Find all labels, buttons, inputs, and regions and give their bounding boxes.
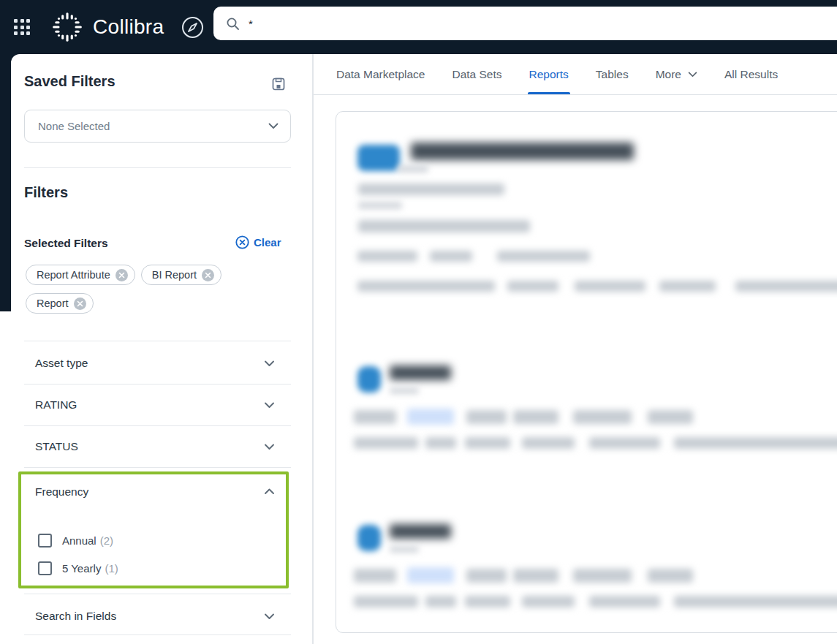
blurred-text-bar <box>507 281 558 292</box>
blurred-text-bar <box>357 281 495 292</box>
blurred-text-bar <box>659 281 716 292</box>
remove-chip-icon[interactable] <box>202 269 214 281</box>
selected-filter-chips-row-1: Report Attribute BI Report <box>26 265 221 285</box>
divider <box>24 467 291 468</box>
blurred-text-bar <box>465 437 510 449</box>
divider <box>24 594 291 594</box>
chevron-down-icon[interactable] <box>264 402 275 409</box>
blurred-text-bar <box>497 251 590 262</box>
top-navbar: Collibra <box>0 0 837 54</box>
blurred-text-bar <box>390 546 419 553</box>
tab-data-sets[interactable]: Data Sets <box>452 54 501 94</box>
blurred-result-title <box>411 143 634 160</box>
option-label: 5 Yearly <box>62 562 101 575</box>
blurred-result-title <box>390 524 451 539</box>
compass-icon[interactable] <box>181 16 204 39</box>
blurred-text-bar <box>573 410 632 424</box>
chevron-up-icon[interactable] <box>264 488 275 495</box>
chevron-down-icon[interactable] <box>264 444 275 450</box>
blurred-text-bar <box>465 596 510 607</box>
divider <box>24 425 291 426</box>
blurred-text-bar <box>390 387 419 394</box>
filter-chip-report[interactable]: Report <box>26 293 94 314</box>
blurred-text-bar <box>589 596 660 607</box>
blurred-text-bar <box>425 596 456 607</box>
tab-all-results[interactable]: All Results <box>724 54 778 94</box>
saved-filters-dropdown[interactable]: None Selected <box>24 110 291 143</box>
clear-filters-button[interactable]: Clear <box>235 235 281 249</box>
chevron-down-icon[interactable] <box>264 360 275 367</box>
blurred-text-bar <box>425 437 456 449</box>
tab-more[interactable]: More <box>656 54 697 94</box>
filter-section-asset-type[interactable]: Asset type <box>35 357 88 370</box>
blurred-text-bar <box>466 569 507 583</box>
annual-checkbox[interactable] <box>38 534 52 548</box>
chip-label: BI Report <box>152 269 197 281</box>
brand-wordmark: Collibra <box>93 15 164 39</box>
filters-title: Filters <box>24 184 68 201</box>
collibra-mark-icon <box>50 10 84 44</box>
tab-reports[interactable]: Reports <box>529 54 569 94</box>
option-count: (1) <box>105 562 118 575</box>
remove-chip-icon[interactable] <box>74 298 86 310</box>
blurred-text-bar <box>674 437 837 449</box>
option-count: (2) <box>100 534 113 547</box>
tab-label: Data Sets <box>452 68 501 81</box>
blurred-text-bar <box>522 437 575 449</box>
result-type-badge <box>357 145 400 171</box>
filter-section-rating[interactable]: RATING <box>35 398 77 412</box>
tab-label: All Results <box>724 68 778 81</box>
blurred-text-bar <box>513 410 558 424</box>
save-icon[interactable] <box>271 77 286 91</box>
frequency-option-annual: Annual(2) <box>38 534 113 548</box>
blurred-text-bar <box>466 410 507 424</box>
search-results-area: Data Marketplace Data Sets Reports Table… <box>313 54 837 644</box>
blurred-text-bar <box>573 569 632 583</box>
blurred-text-bar <box>589 437 660 449</box>
frequency-option-5-yearly: 5 Yearly(1) <box>38 561 118 575</box>
selected-filters-label: Selected Filters <box>24 237 108 250</box>
tab-label: More <box>656 68 681 81</box>
chevron-down-icon[interactable] <box>264 613 275 620</box>
tab-tables[interactable]: Tables <box>596 54 629 94</box>
chevron-down-icon <box>688 72 697 77</box>
dropdown-selected-value: None Selected <box>38 120 268 132</box>
blurred-text-bar <box>522 596 575 607</box>
blurred-text-bar <box>354 437 418 449</box>
filter-section-search-in-fields[interactable]: Search in Fields <box>35 610 116 623</box>
blurred-text-bar <box>575 281 645 292</box>
results-tabbar: Data Marketplace Data Sets Reports Table… <box>314 54 837 95</box>
filter-chip-report-attribute[interactable]: Report Attribute <box>26 265 135 285</box>
filter-section-status[interactable]: STATUS <box>35 440 78 453</box>
clear-label: Clear <box>254 236 281 249</box>
selected-filter-chips-row-2: Report <box>26 293 94 314</box>
search-input[interactable] <box>249 7 837 40</box>
tab-label: Tables <box>596 68 629 81</box>
chip-label: Report Attribute <box>37 269 110 281</box>
chevron-down-icon <box>268 123 279 129</box>
result-type-badge <box>357 525 381 551</box>
blurred-text-bar <box>358 220 530 232</box>
filters-sidebar: Saved Filters None Selected Filters Sele… <box>11 54 313 644</box>
five-yearly-checkbox[interactable] <box>38 561 52 575</box>
blurred-text-bar <box>398 165 428 173</box>
left-dark-strip <box>0 54 11 311</box>
divider <box>24 341 291 341</box>
blurred-text-bar <box>358 202 402 209</box>
global-search-bar <box>213 7 837 40</box>
results-list-card <box>336 111 837 633</box>
apps-grid-icon[interactable] <box>14 19 30 35</box>
blurred-text-bar <box>513 569 558 583</box>
blurred-highlight-chip <box>407 567 454 583</box>
blurred-highlight-chip <box>407 409 454 425</box>
blurred-text-bar <box>648 569 693 583</box>
blurred-text-bar <box>354 596 418 607</box>
remove-chip-icon[interactable] <box>115 269 128 281</box>
tab-label: Data Marketplace <box>336 68 425 81</box>
filter-section-frequency[interactable]: Frequency <box>35 485 88 499</box>
saved-filters-title: Saved Filters <box>24 73 115 90</box>
search-icon <box>226 17 240 31</box>
blurred-text-bar <box>648 410 693 424</box>
tab-data-marketplace[interactable]: Data Marketplace <box>336 54 425 94</box>
filter-chip-bi-report[interactable]: BI Report <box>141 265 221 285</box>
